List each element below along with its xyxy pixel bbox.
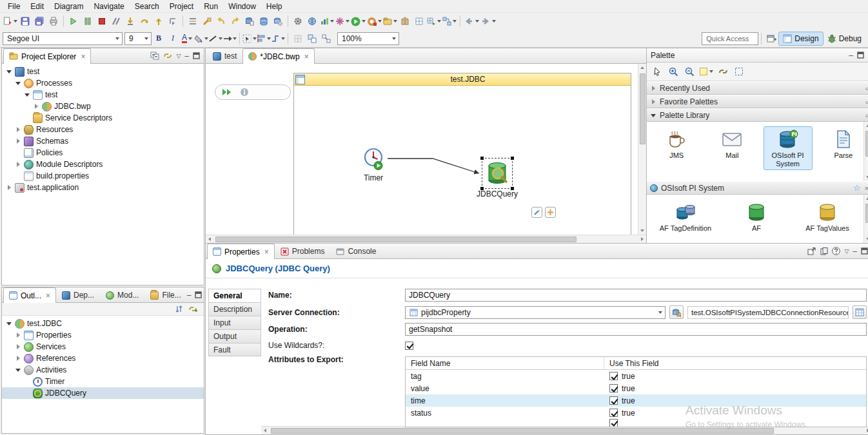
run-fast-icon[interactable]	[222, 88, 233, 96]
open-perspective-button[interactable]	[764, 32, 778, 46]
link-with-editor-icon[interactable]	[188, 305, 197, 313]
ungroup-button[interactable]	[319, 32, 333, 46]
snap-to-grid-button[interactable]	[291, 32, 305, 46]
side-tab-general[interactable]: General	[208, 289, 261, 302]
jdbcquery-activity[interactable]: JDBCQuery	[466, 158, 528, 198]
tree-item-services[interactable]: Services	[2, 341, 204, 353]
editor-horizontal-scrollbar[interactable]	[206, 235, 646, 243]
tree-item-test-application[interactable]: test.application	[2, 182, 204, 193]
fill-color-button[interactable]	[194, 32, 208, 46]
minimize-icon[interactable]: –	[184, 52, 189, 61]
tree-item-test-jdbc[interactable]: test.JDBC	[2, 318, 204, 329]
web-settings-button[interactable]	[305, 14, 319, 28]
palette-item-parse[interactable]: Parse	[819, 126, 868, 162]
expand-arrow-icon[interactable]	[15, 126, 21, 133]
disconnect-button[interactable]	[109, 14, 123, 28]
use-field-checkbox[interactable]	[609, 396, 618, 405]
browse-resource-button[interactable]	[669, 305, 684, 319]
palette-osisoft-scrollbar[interactable]	[863, 195, 868, 243]
menu-edit[interactable]: Edit	[25, 1, 49, 12]
tab-outline[interactable]: Outl... ×	[3, 287, 56, 303]
tab-console[interactable]: Console	[330, 244, 382, 258]
side-tab-fault[interactable]: Fault	[208, 343, 261, 356]
menu-window[interactable]: Window	[223, 1, 261, 12]
palette-item-af-tagvalues[interactable]: AF TagValues	[794, 199, 861, 235]
scroll-up-icon[interactable]	[864, 122, 868, 130]
expand-arrow-icon[interactable]	[650, 99, 656, 105]
save-button[interactable]	[18, 14, 32, 28]
scroll-right-icon[interactable]	[638, 235, 646, 244]
quick-add-icon[interactable]	[545, 207, 556, 218]
minimize-icon[interactable]: –	[849, 51, 853, 60]
undo-change-button[interactable]	[214, 14, 228, 28]
palette-section-osisoft[interactable]: OSIsoft PI System ☆ ×	[647, 181, 868, 195]
grid-options-button[interactable]	[426, 14, 442, 28]
scroll-up-icon[interactable]	[638, 64, 647, 72]
close-icon[interactable]: ×	[865, 184, 868, 192]
zoom-dropdown-icon[interactable]	[388, 33, 399, 44]
new-flow-button[interactable]	[335, 14, 350, 28]
show-grid-button[interactable]	[412, 14, 426, 28]
palette-section-recently-used[interactable]: Recently Used ‹›	[647, 81, 868, 95]
expand-arrow-icon[interactable]	[650, 112, 656, 119]
table-row[interactable]: value true	[406, 382, 866, 394]
close-icon[interactable]: ×	[46, 292, 50, 300]
print-button[interactable]	[46, 14, 61, 28]
side-tab-output[interactable]: Output	[208, 329, 261, 343]
scrollbar-thum b[interactable]	[865, 204, 868, 223]
scrollbar-thumb[interactable]	[640, 73, 646, 144]
expand-arrow-icon[interactable]	[6, 68, 12, 75]
tree-item-policies[interactable]: Policies	[2, 147, 204, 159]
pin-icon[interactable]: ‹›	[865, 111, 868, 119]
jdbc-query-activity-icon[interactable]	[484, 160, 510, 186]
arrow-style-button[interactable]	[222, 32, 237, 46]
process-title-bar[interactable]: test.JDBC	[294, 73, 631, 86]
side-tab-input[interactable]: Input	[208, 316, 261, 329]
layout-button[interactable]	[442, 14, 457, 28]
menu-diagram[interactable]: Diagram	[49, 1, 88, 12]
menu-navigate[interactable]: Navigate	[88, 1, 129, 12]
package-button[interactable]	[398, 14, 412, 28]
minimize-icon[interactable]: –	[853, 247, 857, 256]
scroll-left-icon[interactable]	[261, 427, 270, 435]
tree-item-test[interactable]: test	[2, 66, 204, 77]
favorite-star-icon[interactable]: ☆	[853, 183, 861, 193]
quick-access-box[interactable]: Quick Access	[702, 32, 758, 45]
step-over-button[interactable]	[137, 14, 152, 28]
scrollbar-thumb[interactable]	[865, 131, 868, 157]
close-icon[interactable]: ×	[81, 53, 85, 61]
scroll-down-icon[interactable]	[864, 235, 868, 243]
selection-handle[interactable]	[511, 157, 514, 160]
expand-arrow-icon[interactable]	[15, 161, 21, 168]
process-container[interactable]: test.JDBC	[293, 73, 631, 235]
data-source-button[interactable]	[257, 14, 271, 28]
timer-activity-icon[interactable]	[361, 146, 386, 171]
debug-perspective-button[interactable]: Debug	[824, 32, 865, 46]
expand-arrow-icon[interactable]	[15, 343, 21, 350]
new-wizard-button[interactable]	[3, 14, 18, 28]
collapse-all-icon[interactable]	[150, 52, 159, 60]
timer-activity[interactable]: Timer	[353, 146, 394, 182]
scrollbar-thumb[interactable]	[215, 237, 577, 242]
italic-button[interactable]: I	[166, 32, 180, 46]
close-icon[interactable]: ×	[304, 53, 309, 61]
tree-item-jdbc-bwp[interactable]: JDBC.bwp	[2, 101, 204, 112]
help-icon[interactable]	[832, 247, 840, 255]
palette-item-af-middle[interactable]: AF	[725, 199, 787, 235]
report-button[interactable]	[319, 14, 335, 28]
font-size-dropdown-icon[interactable]	[141, 33, 151, 44]
expand-arrow-icon[interactable]	[15, 332, 21, 338]
clear-markers-button[interactable]	[200, 14, 214, 28]
zoom-out-icon[interactable]	[682, 64, 696, 79]
deploy-button[interactable]	[382, 14, 398, 28]
operation-input[interactable]	[405, 323, 867, 336]
group-button[interactable]	[305, 32, 319, 46]
use-field-checkbox[interactable]	[609, 372, 618, 380]
project-explorer-tab[interactable]: Project Explorer ×	[3, 48, 91, 64]
tree-item-schemas[interactable]: Schemas	[2, 135, 204, 147]
marquee-tool-icon[interactable]	[732, 64, 746, 79]
font-family-dropdown-icon[interactable]	[112, 33, 122, 44]
menu-help[interactable]: Help	[261, 1, 288, 12]
sort-icon[interactable]	[175, 305, 183, 313]
scroll-up-icon[interactable]	[864, 195, 868, 203]
